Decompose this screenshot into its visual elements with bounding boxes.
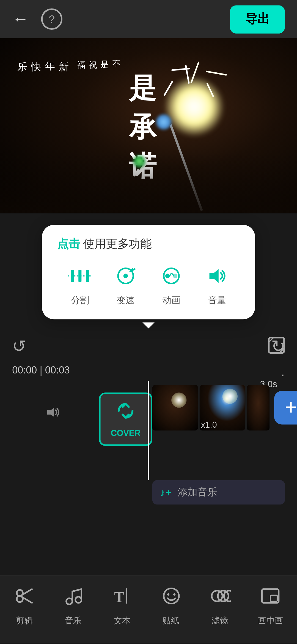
add-clip-button[interactable]: + (274, 391, 297, 425)
tool-volume-label: 音量 (208, 294, 226, 307)
tooltip-tools: 分割 变速 (57, 262, 240, 307)
scissors-icon (14, 585, 35, 612)
tooltip-title: 点击 使用更多功能 (57, 237, 240, 252)
volume-icon (200, 262, 234, 290)
video-clip-3[interactable] (247, 385, 270, 430)
nav-text[interactable]: T 文本 (111, 585, 133, 626)
svg-line-15 (23, 597, 32, 602)
svg-point-12 (17, 590, 23, 596)
music-label: 添加音乐 (178, 485, 217, 499)
tool-speed[interactable]: 变速 (109, 262, 142, 307)
add-icon: + (285, 395, 297, 420)
tooltip-suffix: 使用更多功能 (83, 237, 152, 250)
fullscreen-button[interactable] (268, 337, 285, 358)
svg-line-18 (73, 589, 82, 591)
music-note-icon: ♪+ (160, 486, 172, 498)
music-track[interactable]: ♪+ 添加音乐 (152, 480, 285, 505)
track-volume-icon[interactable] (46, 405, 61, 423)
tooltip-accent: 点击 (57, 237, 80, 250)
speed-badge: x1.0 (201, 420, 217, 429)
svg-point-13 (17, 596, 23, 602)
blue-orb (156, 114, 171, 129)
cover-refresh-icon (115, 401, 136, 427)
svg-point-22 (167, 593, 169, 595)
controls-row: ↺ ↻ (0, 337, 297, 357)
timeline-area: 点击 使用更多功能 分割 (0, 213, 297, 575)
svg-point-7 (165, 274, 170, 278)
nav-music[interactable]: 音乐 (63, 585, 84, 626)
video-clip-1[interactable] (152, 385, 198, 430)
speed-icon (109, 262, 142, 290)
music-icon (63, 585, 84, 612)
help-icon: ? (49, 13, 55, 25)
undo-button[interactable]: ↺ (12, 337, 26, 357)
nav-filter[interactable]: 滤镜 (209, 585, 231, 626)
bottom-nav: 剪辑 音乐 T 文本 (0, 575, 297, 643)
back-button[interactable]: ← (12, 9, 29, 29)
filter-icon (209, 585, 231, 612)
video-background: 新 年 快 乐 不 是 祝 福 是 承 诺 (0, 38, 297, 213)
top-bar: ← ? 导出 (0, 0, 297, 38)
export-button[interactable]: 导出 (230, 5, 285, 33)
svg-text:T: T (114, 588, 125, 605)
tool-animation[interactable]: 动画 (155, 262, 188, 307)
cover-label: COVER (111, 428, 141, 437)
nav-edit-label: 剪辑 (16, 615, 33, 626)
tool-split[interactable]: 分割 (63, 262, 97, 307)
svg-point-23 (173, 593, 175, 595)
svg-marker-11 (47, 408, 54, 417)
text-icon: T (111, 585, 133, 612)
clip-thumb-inner-1 (152, 385, 198, 430)
svg-point-16 (67, 598, 73, 604)
animation-icon (155, 262, 188, 290)
nav-pip-label: 画中画 (258, 615, 283, 626)
clip-sparkle-2 (222, 389, 238, 404)
video-preview: 新 年 快 乐 不 是 祝 福 是 承 诺 (0, 38, 297, 213)
clip-thumb-inner-3 (247, 385, 270, 430)
video-bottom-fade (0, 152, 297, 214)
nav-sticker[interactable]: 贴纸 (160, 585, 182, 626)
nav-filter-label: 滤镜 (211, 615, 228, 626)
nav-text-label: 文本 (114, 615, 131, 626)
pip-icon (260, 585, 281, 612)
tool-animation-label: 动画 (162, 294, 180, 307)
nav-pip[interactable]: 画中画 (258, 585, 283, 626)
track-area: COVER 3.0s x1.0 (0, 381, 297, 480)
nav-sticker-label: 贴纸 (163, 615, 179, 626)
split-icon (63, 262, 97, 290)
sticker-icon (160, 585, 182, 612)
nav-music-label: 音乐 (65, 615, 82, 626)
clip-sparkle-1 (171, 392, 186, 408)
video-clip-2[interactable]: x1.0 (200, 385, 245, 430)
tooltip-popup: 点击 使用更多功能 分割 (42, 225, 255, 319)
sparkle-ray-4 (206, 70, 227, 76)
svg-line-14 (23, 589, 32, 594)
tool-volume[interactable]: 音量 (200, 262, 234, 307)
tool-split-label: 分割 (71, 294, 89, 307)
help-button[interactable]: ? (41, 8, 63, 30)
sparkle-ray-3 (171, 68, 190, 71)
playhead (148, 381, 149, 480)
svg-point-17 (76, 596, 82, 602)
time-display: 00:00 | 00:03 (12, 364, 70, 376)
nav-edit[interactable]: 剪辑 (14, 585, 35, 626)
svg-point-5 (123, 274, 128, 278)
top-bar-left: ← ? (12, 8, 62, 30)
tool-speed-label: 变速 (117, 294, 135, 307)
svg-marker-9 (210, 269, 219, 283)
video-clips: 3.0s x1.0 + (152, 385, 297, 430)
options-dot[interactable]: · (280, 366, 285, 383)
video-secondary-text: 不 是 祝 福 (75, 53, 122, 55)
svg-point-21 (163, 588, 178, 603)
video-subtitle: 新 年 快 乐 (15, 53, 70, 55)
svg-rect-28 (271, 595, 277, 601)
cover-thumbnail[interactable]: COVER (99, 392, 152, 446)
